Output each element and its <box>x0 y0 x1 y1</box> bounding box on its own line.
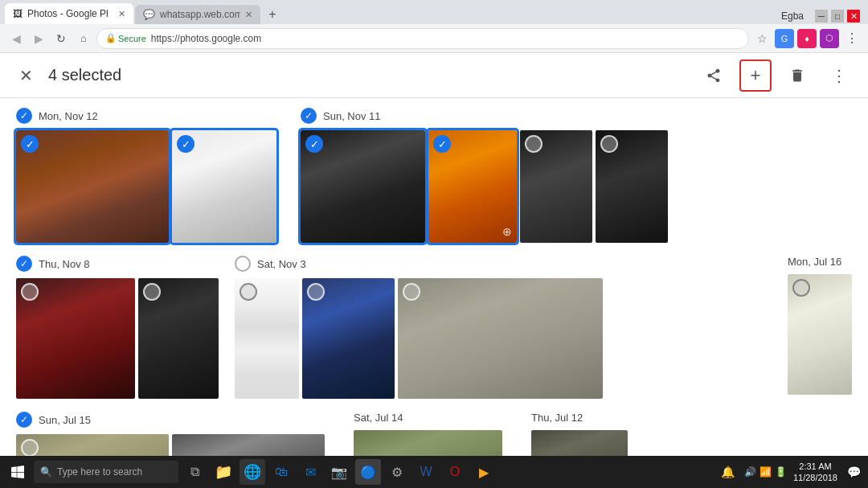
back-button[interactable]: ◀ <box>6 29 26 48</box>
photo-select-circle-unselected[interactable] <box>600 135 618 153</box>
photo-select-check[interactable]: ✓ <box>177 135 194 153</box>
photo-select-circle-unselected[interactable] <box>525 135 542 153</box>
photo-select-check[interactable]: ✓ <box>433 135 451 153</box>
tab-photos-label: Photos - Google Photos <box>27 8 108 19</box>
section-thu-jul-12: Thu, Jul 12 <box>531 412 628 456</box>
photo-select-circle-unselected[interactable] <box>240 283 257 301</box>
photo-thumb[interactable] <box>398 278 603 399</box>
photo-thumb[interactable]: ✓ ⊕ <box>428 130 517 243</box>
delete-button[interactable] <box>781 59 813 92</box>
photo-thumb[interactable] <box>172 434 325 456</box>
tab-whatsapp[interactable]: 💬 whatsapp.web.com ✕ <box>135 5 260 24</box>
photo-thumb[interactable] <box>354 430 502 456</box>
windows-start-button[interactable] <box>5 459 31 485</box>
user-label: Egba <box>781 10 804 22</box>
photo-thumb[interactable]: ✓ <box>301 130 425 243</box>
tab-whatsapp-label: whatsapp.web.com <box>160 9 240 20</box>
more-options-button[interactable]: ⋮ <box>823 59 855 92</box>
photo-select-check[interactable]: ✓ <box>21 135 39 153</box>
tab-photos[interactable]: 🖼 Photos - Google Photos ✕ <box>5 3 133 24</box>
taskbar-icon-settings[interactable]: ⚙ <box>384 459 410 485</box>
windows-icon <box>11 465 24 478</box>
taskbar: 🔍 Type here to search ⧉ 📁 🌐 🛍 ✉ 📷 🔵 ⚙ W … <box>0 456 868 488</box>
taskbar-icon-edge[interactable]: 🌐 <box>240 459 265 485</box>
share-icon <box>706 68 722 84</box>
tab-whatsapp-favicon: 💬 <box>143 9 155 20</box>
photo-select-circle-unselected[interactable] <box>307 283 325 301</box>
ext-icon-3[interactable]: ⬡ <box>820 29 839 48</box>
photo-select-circle-unselected[interactable] <box>21 283 39 301</box>
taskbar-icon-photos[interactable]: 📷 <box>326 459 352 485</box>
section-sat-jul-14: Sat, Jul 14 <box>354 412 502 456</box>
date-label-thu-jul-12: Thu, Jul 12 <box>531 412 583 424</box>
taskbar-icon-mail[interactable]: ✉ <box>297 459 323 485</box>
ext-icon-2[interactable]: ♦ <box>797 29 817 48</box>
zoom-icon: ⊕ <box>502 225 512 238</box>
date-label-mon-nov-12: Mon, Nov 12 <box>39 110 98 122</box>
section-sun-jul-15: ✓ Sun, Jul 15 <box>16 412 325 456</box>
taskbar-icon-file-explorer[interactable]: 📁 <box>211 459 236 485</box>
date-label-sun-nov-11: Sun, Nov 11 <box>323 110 381 122</box>
taskbar-icon-opera[interactable]: O <box>442 459 468 485</box>
photo-thumb[interactable] <box>16 278 135 399</box>
photo-select-circle-unselected[interactable] <box>143 283 161 301</box>
ext-icon-1[interactable]: G <box>775 29 794 48</box>
star-button[interactable]: ☆ <box>752 29 772 48</box>
photo-thumb[interactable]: ✓ <box>172 130 276 243</box>
photo-select-check[interactable]: ✓ <box>305 135 323 153</box>
photo-thumb[interactable] <box>520 130 592 243</box>
taskbar-icon-store[interactable]: 🛍 <box>268 459 294 485</box>
search-placeholder: Type here to search <box>57 466 142 478</box>
section-sun-nov-11: ✓ Sun, Nov 11 ✓ ✓ ⊕ <box>301 108 852 243</box>
date-check-sun-nov-11[interactable]: ✓ <box>301 108 317 124</box>
url-text: https://photos.google.com <box>151 33 261 44</box>
main-content: ✓ Mon, Nov 12 ✓ ✓ ✓ Sun, Nov 11 <box>0 98 868 456</box>
forward-button[interactable]: ▶ <box>29 29 48 48</box>
section-sat-nov-3: Sat, Nov 3 <box>235 256 772 399</box>
action-center-button[interactable]: 💬 <box>844 462 863 482</box>
photo-select-circle-unselected[interactable] <box>403 283 420 301</box>
add-to-album-button[interactable]: + <box>739 59 772 92</box>
tab-whatsapp-close[interactable]: ✕ <box>245 10 252 20</box>
system-icons: 🔊 📶 🔋 <box>744 466 787 478</box>
restore-button[interactable]: □ <box>831 10 844 23</box>
reload-button[interactable]: ↻ <box>51 29 71 48</box>
clock: 2:31 AM 11/28/2018 <box>793 461 837 484</box>
date-label-sat-nov-3: Sat, Nov 3 <box>257 258 306 270</box>
photo-thumb[interactable]: ✓ <box>16 130 169 243</box>
photo-thumb[interactable] <box>531 430 628 456</box>
photo-select-circle-unselected[interactable] <box>21 439 39 456</box>
photo-thumb[interactable] <box>16 434 169 456</box>
taskbar-icon-chrome[interactable]: 🔵 <box>355 459 381 485</box>
date-check-sat-nov-3[interactable] <box>235 256 251 272</box>
photo-thumb[interactable] <box>596 130 668 243</box>
photo-thumb[interactable] <box>138 278 219 399</box>
photo-thumb[interactable] <box>788 274 852 395</box>
taskbar-icon-media[interactable]: ▶ <box>471 459 497 485</box>
date-check-sun-jul-15[interactable]: ✓ <box>16 412 32 428</box>
section-mon-jul-16: Mon, Jul 16 <box>788 256 852 399</box>
taskbar-icon-word[interactable]: W <box>413 459 439 485</box>
date-label-mon-jul-16: Mon, Jul 16 <box>788 256 841 268</box>
minimize-button[interactable]: ─ <box>815 10 828 23</box>
add-icon: + <box>751 65 761 86</box>
secure-label: 🔒 Secure <box>105 33 146 43</box>
date-label-sat-jul-14: Sat, Jul 14 <box>354 412 403 424</box>
date-check-mon-nov-12[interactable]: ✓ <box>16 108 32 124</box>
date-check-thu-nov-8[interactable]: ✓ <box>16 256 32 272</box>
address-bar[interactable]: 🔒 Secure https://photos.google.com <box>96 28 749 49</box>
photo-select-circle-unselected[interactable] <box>792 279 810 297</box>
search-bar[interactable]: 🔍 Type here to search <box>34 461 178 483</box>
notification-icon[interactable]: 🔔 <box>719 462 738 482</box>
photo-thumb[interactable] <box>235 278 299 399</box>
home-button[interactable]: ⌂ <box>74 29 93 48</box>
share-button[interactable] <box>698 59 730 92</box>
date-label-thu-nov-8: Thu, Nov 8 <box>39 258 90 270</box>
close-selection-button[interactable]: ✕ <box>13 63 39 88</box>
tab-photos-close[interactable]: ✕ <box>118 9 125 19</box>
new-tab-button[interactable]: + <box>260 5 285 24</box>
browser-menu-button[interactable]: ⋮ <box>842 29 862 48</box>
close-window-button[interactable]: ✕ <box>847 10 860 23</box>
taskbar-icon-task-view[interactable]: ⧉ <box>182 459 207 485</box>
photo-thumb[interactable] <box>302 278 395 399</box>
